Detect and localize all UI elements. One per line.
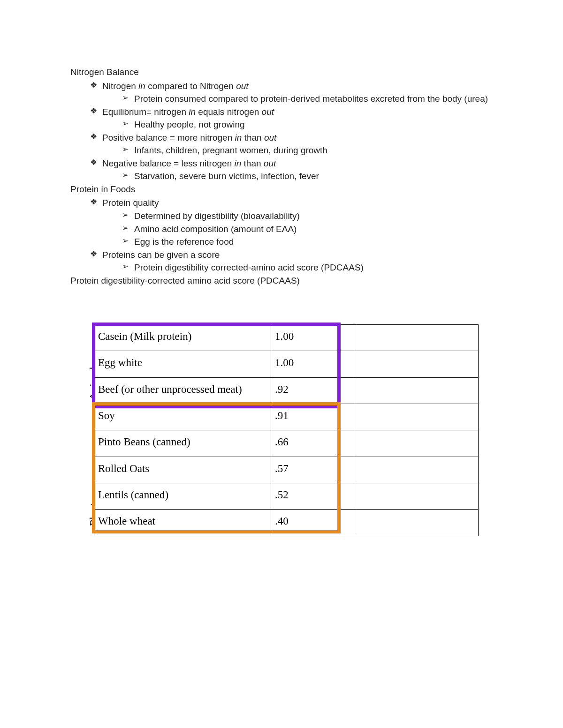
food-cell: Pinto Beans (canned) (94, 430, 271, 457)
italic-out: out (262, 107, 274, 117)
empty-cell (354, 377, 479, 404)
subbullet-starvation: Starvation, severe burn victims, infecti… (122, 170, 493, 183)
score-cell: 1.00 (271, 351, 354, 377)
text: equals nitrogen (196, 107, 262, 117)
empty-cell (354, 483, 479, 510)
italic-out: out (236, 81, 248, 91)
score-cell: .91 (271, 404, 354, 430)
subbullet-pdcaas: Protein digestibility corrected-amino ac… (122, 261, 493, 274)
italic-out: out (264, 133, 276, 143)
text: Nitrogen (102, 81, 138, 91)
bullet-protein-score: Proteins can be given a score (90, 248, 493, 262)
text: Positive balance = more nitrogen (102, 133, 235, 143)
score-cell: .57 (271, 457, 354, 483)
score-cell: .40 (271, 510, 354, 536)
empty-cell (354, 404, 479, 430)
document-page: Nitrogen Balance Nitrogen in compared to… (0, 0, 563, 728)
subbullet-healthy: Healthy people, not growing (122, 118, 493, 131)
italic-out: out (264, 158, 276, 168)
table-row: Egg white 1.00 (94, 351, 479, 377)
table-row: Soy .91 (94, 404, 479, 430)
score-cell: .52 (271, 483, 354, 510)
bullet-protein-quality: Protein quality (90, 196, 493, 210)
subbullet-digestibility: Determined by digestibility (bioavailabi… (122, 210, 493, 223)
food-cell: Casein (Milk protein) (94, 325, 271, 351)
food-cell: Lentils (canned) (94, 483, 271, 510)
bullet-negative: Negative balance = less nitrogen in than… (90, 157, 493, 170)
empty-cell (354, 430, 479, 457)
subbullet-egg-ref: Egg is the reference food (122, 235, 493, 248)
section-heading-foods: Protein in Foods (70, 183, 493, 196)
text: Equilibrium= nitrogen (102, 107, 189, 117)
empty-cell (354, 351, 479, 377)
subbullet-infants: Infants, children, pregnant women, durin… (122, 144, 493, 157)
italic-in: in (234, 158, 241, 168)
food-cell: Rolled Oats (94, 457, 271, 483)
subbullet-protein-consumed: Protein consumed compared to protein-der… (122, 92, 493, 105)
food-cell: Egg white (94, 351, 271, 377)
table-row: Casein (Milk protein) 1.00 (94, 325, 479, 351)
table-row: Rolled Oats .57 (94, 457, 479, 483)
italic-in: in (189, 107, 196, 117)
food-cell: Soy (94, 404, 271, 430)
table-row: Beef (or other unprocessed meat) .92 (94, 377, 479, 404)
empty-cell (354, 325, 479, 351)
text: compared to Nitrogen (145, 81, 236, 91)
pdcaas-table: Casein (Milk protein) 1.00 Egg white 1.0… (94, 324, 479, 536)
text: than (242, 133, 264, 143)
text: than (241, 158, 264, 168)
italic-in: in (235, 133, 242, 143)
bullet-equilibrium: Equilibrium= nitrogen in equals nitrogen… (90, 105, 493, 119)
section-heading-nitrogen: Nitrogen Balance (70, 66, 493, 79)
text: Negative balance = less nitrogen (102, 158, 234, 168)
italic-in: in (138, 81, 145, 91)
score-cell: .92 (271, 377, 354, 404)
empty-cell (354, 510, 479, 536)
food-cell: Whole wheat (94, 510, 271, 536)
food-cell: Beef (or other unprocessed meat) (94, 377, 271, 404)
score-cell: 1.00 (271, 325, 354, 351)
empty-cell (354, 457, 479, 483)
table-row: Lentils (canned) .52 (94, 483, 479, 510)
bullet-positive: Positive balance = more nitrogen in than… (90, 131, 493, 144)
score-cell: .66 (271, 430, 354, 457)
bullet-nitrogen-in-out: Nitrogen in compared to Nitrogen out (90, 80, 493, 93)
table-row: Whole wheat .40 (94, 510, 479, 536)
section-heading-pdcaas: Protein digestibility-corrected amino ac… (70, 274, 493, 287)
table-row: Pinto Beans (canned) .66 (94, 430, 479, 457)
subbullet-amino-comp: Amino acid composition (amount of EAA) (122, 223, 493, 236)
